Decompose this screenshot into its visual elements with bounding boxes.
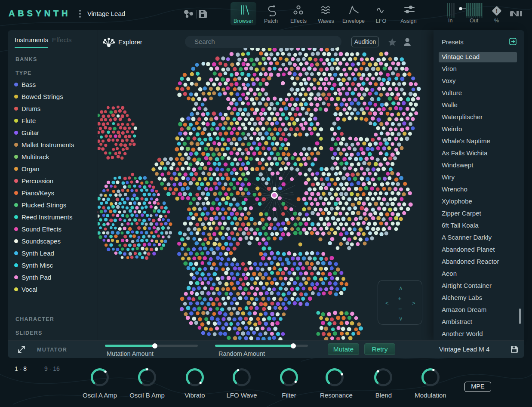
- svg-text:!: !: [496, 8, 498, 14]
